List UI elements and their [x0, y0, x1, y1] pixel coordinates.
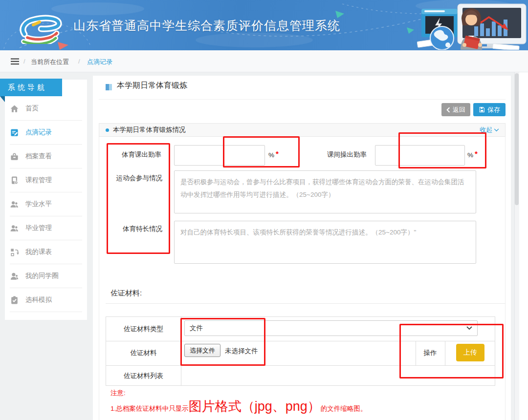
subject-icon — [10, 295, 19, 305]
course-icon — [10, 176, 19, 185]
materials-divider — [106, 303, 506, 304]
collapse-toggle[interactable]: 收起 — [480, 126, 499, 134]
section-header: 本学期日常体育锻炼情况 收起 — [99, 123, 506, 137]
chevron-left-icon — [446, 107, 450, 113]
breadcrumb: / 当前所在位置 / 点滴记录 — [0, 50, 528, 72]
material-list-label: 佐证材料列表 — [106, 365, 181, 386]
app-logo-icon — [18, 10, 66, 44]
specialty-label: 体育特长情况 — [107, 225, 162, 233]
chevron-down-icon — [494, 128, 499, 132]
pe-attendance-input[interactable] — [174, 145, 265, 166]
choose-file-button[interactable]: 选择文件 — [184, 344, 220, 357]
sidebar-item-subject-simulation[interactable]: 选科模拟 — [10, 288, 82, 312]
pe-attendance-label: 体育课出勤率 — [107, 150, 161, 159]
exercise-attendance-input[interactable] — [375, 145, 465, 166]
page-title: 本学期日常体育锻炼 — [117, 81, 187, 91]
required-asterisk: * — [276, 149, 279, 158]
sidebar-item-courses[interactable]: 课程管理 — [10, 168, 82, 192]
percent-sign: % — [268, 151, 274, 159]
sidebar-item-records[interactable]: 点滴记录 — [10, 121, 82, 145]
material-type-select[interactable]: 文件 — [184, 320, 478, 336]
exercise-attendance-label: 课间操出勤率 — [313, 150, 367, 159]
material-type-label: 佐证材料类型 — [106, 317, 181, 341]
sports-meeting-textarea[interactable] — [174, 170, 476, 213]
section-title: 本学期日常体育锻炼情况 — [113, 126, 186, 134]
sidebar-item-graduation[interactable]: 毕业管理 — [10, 216, 82, 240]
no-file-text: 未选择文件 — [225, 347, 258, 356]
app-window: 山东省普通高中学生综合素质评价信息管理系统 — [0, 0, 528, 420]
timetable-icon — [10, 248, 19, 257]
page-margin — [519, 72, 528, 420]
menu-icon[interactable] — [11, 58, 19, 65]
graduation-icon — [10, 224, 19, 233]
required-asterisk: * — [475, 149, 478, 158]
note-title: 注意: — [110, 389, 126, 398]
materials-section-title: 佐证材料: — [110, 289, 142, 298]
archive-icon — [10, 152, 19, 161]
breadcrumb-location-label: 当前所在位置 — [31, 58, 69, 66]
sidebar-item-classmates[interactable]: 我的同学圈 — [10, 264, 82, 288]
sidebar-item-academic[interactable]: 学业水平 — [10, 192, 82, 216]
title-divider — [99, 99, 506, 100]
note-line-1: 1.总档案佐证材料中只显示图片格式（jpg、png）的文件缩略图。 — [110, 398, 367, 415]
sidebar-item-timetable[interactable]: 我的课表 — [10, 240, 82, 264]
upload-button[interactable]: 上传 — [456, 344, 484, 361]
bullet-icon — [106, 128, 109, 132]
breadcrumb-separator: / — [23, 58, 25, 65]
breadcrumb-separator: / — [78, 58, 80, 65]
sidebar-item-archive[interactable]: 档案查看 — [10, 145, 82, 168]
save-button[interactable]: 保存 — [473, 103, 506, 116]
sidebar-title: 系统导航 — [0, 79, 62, 96]
percent-sign: % — [467, 151, 473, 159]
page-title-icon — [106, 84, 112, 90]
back-button[interactable]: 返回 — [441, 103, 470, 116]
header-illustration — [415, 1, 528, 50]
record-icon — [10, 128, 19, 137]
chevron-down-icon — [466, 326, 472, 330]
home-icon — [10, 104, 19, 113]
breadcrumb-current-link[interactable]: 点滴记录 — [87, 58, 112, 66]
ribbon-fold — [0, 96, 5, 102]
specialty-textarea[interactable] — [174, 221, 476, 264]
sidebar-item-home[interactable]: 首页 — [10, 97, 82, 121]
scrollbar-thumb[interactable] — [515, 73, 519, 205]
academic-icon — [10, 200, 19, 209]
material-label: 佐证材料 — [106, 341, 181, 365]
top-banner: 山东省普通高中学生综合素质评价信息管理系统 — [0, 0, 528, 50]
system-title: 山东省普通高中学生综合素质评价信息管理系统 — [73, 18, 340, 34]
sports-meeting-label: 运动会参与情况 — [107, 174, 162, 183]
action-column-label: 操作 — [416, 341, 445, 365]
save-icon — [479, 106, 485, 113]
classmates-icon — [10, 272, 19, 281]
